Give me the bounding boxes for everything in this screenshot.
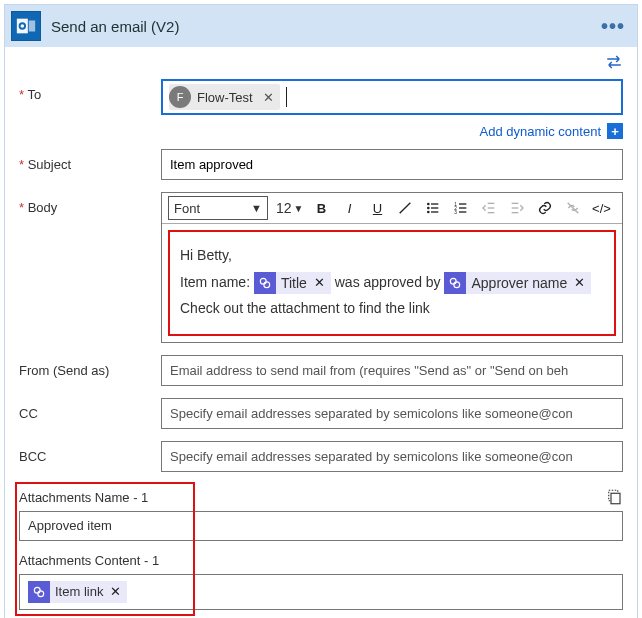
svg-text:3: 3: [455, 210, 458, 215]
outlook-icon: [11, 11, 41, 41]
swap-button[interactable]: [5, 47, 637, 71]
code-view-button[interactable]: </>: [591, 198, 611, 218]
bcc-label: BCC: [19, 441, 161, 464]
svg-point-7: [428, 211, 429, 212]
bullet-list-button[interactable]: [423, 198, 443, 218]
svg-rect-1: [29, 21, 35, 32]
svg-point-3: [428, 203, 429, 204]
remove-token-button[interactable]: ✕: [108, 584, 121, 599]
unlink-button: [563, 198, 583, 218]
cc-input[interactable]: [161, 398, 623, 429]
svg-point-29: [38, 591, 44, 597]
attachments-panel: Attachments Name - 1 Approved item Attac…: [19, 486, 623, 610]
to-label: To: [19, 79, 161, 102]
card-header: Send an email (V2) •••: [5, 5, 637, 47]
sharepoint-token-icon: [28, 581, 50, 603]
outdent-button: [479, 198, 499, 218]
to-input[interactable]: F Flow-Test ✕: [161, 79, 623, 115]
link-button[interactable]: [535, 198, 555, 218]
add-dynamic-content-icon[interactable]: +: [607, 123, 623, 139]
sharepoint-token-icon: [444, 272, 466, 294]
from-label: From (Send as): [19, 355, 161, 378]
rte-toolbar: Font ▼ 12▼ B I U 123 </>: [162, 193, 622, 224]
svg-point-5: [428, 207, 429, 208]
recipient-avatar: F: [169, 86, 191, 108]
font-size-picker[interactable]: 12▼: [276, 200, 303, 216]
font-picker[interactable]: Font ▼: [168, 196, 268, 220]
sharepoint-token-icon: [254, 272, 276, 294]
body-editor: Font ▼ 12▼ B I U 123 </>: [161, 192, 623, 343]
email-action-card: Send an email (V2) ••• To F Flow-Test ✕ …: [4, 4, 638, 618]
number-list-button[interactable]: 123: [451, 198, 471, 218]
attachment-name-input[interactable]: Approved item: [19, 511, 623, 541]
attachment-content-label: Attachments Content - 1: [19, 553, 623, 568]
italic-button[interactable]: I: [339, 198, 359, 218]
svg-point-22: [260, 278, 266, 284]
subject-label: Subject: [19, 149, 161, 172]
attachment-name-label: Attachments Name - 1: [19, 490, 148, 505]
body-line: Hi Betty,: [180, 242, 604, 269]
attachment-content-input[interactable]: Item link ✕: [19, 574, 623, 610]
cc-label: CC: [19, 398, 161, 421]
body-line: Check out the attachment to find the lin…: [180, 295, 604, 322]
svg-rect-27: [611, 493, 620, 504]
svg-rect-0: [17, 19, 28, 34]
indent-button: [507, 198, 527, 218]
bcc-input[interactable]: [161, 441, 623, 472]
svg-point-28: [34, 587, 40, 593]
token-title[interactable]: Title ✕: [254, 272, 331, 294]
chevron-down-icon: ▼: [251, 202, 262, 214]
strike-icon[interactable]: [395, 198, 415, 218]
chevron-down-icon: ▼: [294, 203, 304, 214]
remove-recipient-button[interactable]: ✕: [259, 90, 274, 105]
bold-button[interactable]: B: [311, 198, 331, 218]
token-approver[interactable]: Approver name ✕: [444, 272, 591, 294]
remove-token-button[interactable]: ✕: [572, 271, 585, 296]
token-item-link[interactable]: Item link ✕: [28, 581, 127, 603]
more-menu-button[interactable]: •••: [601, 15, 625, 38]
body-label: Body: [19, 192, 161, 215]
recipient-text: Flow-Test: [197, 90, 253, 105]
switch-array-button[interactable]: [605, 488, 623, 509]
from-input[interactable]: [161, 355, 623, 386]
body-content-area[interactable]: Hi Betty, Item name: Title ✕ was approve…: [168, 230, 616, 336]
svg-point-23: [264, 282, 270, 288]
underline-button[interactable]: U: [367, 198, 387, 218]
body-line: Item name: Title ✕ was approved by Appro…: [180, 269, 604, 296]
subject-input[interactable]: [161, 149, 623, 180]
recipient-pill[interactable]: F Flow-Test ✕: [169, 84, 280, 110]
remove-token-button[interactable]: ✕: [312, 271, 325, 296]
card-title: Send an email (V2): [51, 18, 601, 35]
add-dynamic-content-link[interactable]: Add dynamic content: [480, 124, 601, 139]
svg-point-24: [451, 278, 457, 284]
text-caret: [286, 87, 287, 107]
svg-point-25: [454, 282, 460, 288]
